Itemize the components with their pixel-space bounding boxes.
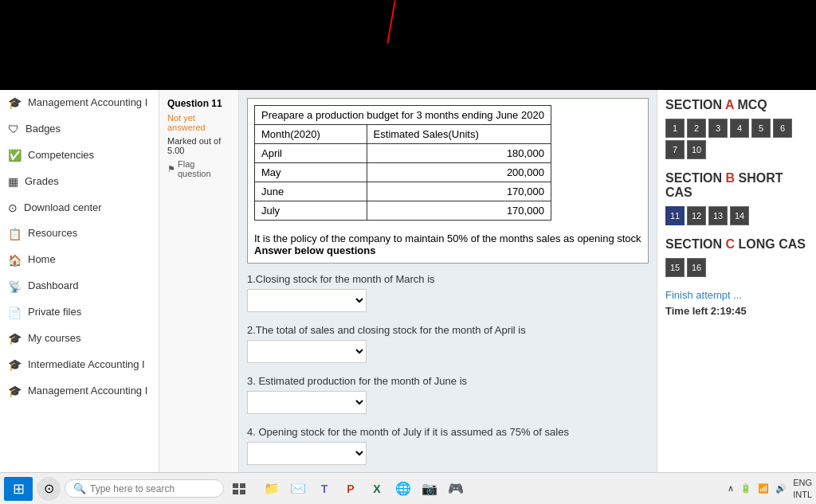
sidebar-item-label: My courses [28,332,80,346]
num-btn-4[interactable]: 4 [730,119,749,138]
question-1-select[interactable] [247,289,367,312]
table-row: July 170,000 [255,201,551,221]
sidebar-item-label: Management Accounting I [28,96,147,110]
num-btn-12[interactable]: 12 [687,206,706,225]
num-btn-5[interactable]: 5 [751,119,771,138]
explorer-app[interactable]: 📁 [260,477,284,501]
start-button[interactable]: ⊞ [4,477,33,501]
question-2-block: 2.The total of sales and closing stock f… [247,324,649,363]
question-4-select[interactable] [247,442,367,465]
budget-section: Preapare a production budget for 3 month… [247,98,649,264]
wifi-icon: 📶 [758,483,769,494]
marked-out: Marked out of 5.00 [167,136,230,155]
time-value: 2:19:45 [711,305,747,317]
num-btn-10[interactable]: 10 [687,140,706,159]
month-june: June [255,182,367,201]
task-view-icon [233,483,247,494]
month-april: April [255,144,367,163]
sidebar-item-private-files[interactable]: 📄 Private files [0,299,159,326]
excel-app[interactable]: X [365,477,389,501]
sales-may: 200,000 [367,163,551,182]
table-row: June 170,000 [255,182,551,201]
sidebar-item-grades[interactable]: ▦ Grades [0,169,159,195]
table-title: Preapare a production budget for 3 month… [255,106,551,125]
sidebar-item-label: Intermediate Accounting I [28,358,145,372]
finish-attempt-link[interactable]: Finish attempt ... [665,289,808,301]
sidebar-item-resources[interactable]: 📋 Resources [0,221,159,247]
question-3-block: 3. Estimated production for the month of… [247,375,649,414]
sidebar-item-label: Resources [28,227,77,240]
courses-icon: 🎓 [8,332,22,345]
sidebar-item-badges[interactable]: 🛡 Badges [0,116,159,143]
section-c-title: SECTION C LONG CAS [665,237,808,252]
num-btn-3[interactable]: 3 [708,119,728,138]
dashboard-icon: 📡 [8,280,22,293]
sales-april: 180,000 [367,144,551,163]
section-c-numbers: 15 16 [665,258,808,277]
volume-icon: 🔊 [775,483,787,494]
num-btn-11[interactable]: 11 [665,206,685,225]
time-left-label: Time left 2:19:45 [665,305,808,317]
cortana-button[interactable]: ⊙ [37,477,61,501]
sidebar-item-label: Dashboard [28,279,79,293]
sidebar-item-home[interactable]: 🏠 Home [0,247,159,273]
sidebar-item-intermediate-accounting[interactable]: 🎓 Intermediate Accounting I [0,352,159,378]
chrome-app[interactable]: 🌐 [391,477,415,501]
task-view-button[interactable] [228,477,252,501]
answer-below-label: Answer below questions [254,244,375,256]
num-btn-15[interactable]: 15 [665,258,685,277]
question-2-select[interactable] [247,340,367,363]
policy-text: It is the policy of the company to maint… [254,232,641,244]
section-b-numbers: 11 12 13 14 [665,206,808,225]
question-3-select[interactable] [247,391,367,414]
shield-icon: 🛡 [8,123,19,135]
other-app[interactable]: 🎮 [444,477,468,501]
taskbar: ⊞ ⊙ 🔍 📁 ✉️ T P X 🌐 📷 🎮 ∧ 🔋 [0,472,816,504]
sidebar-item-dashboard[interactable]: 📡 Dashboard [0,273,159,299]
powerpoint-app[interactable]: P [339,477,363,501]
search-input[interactable] [90,483,202,494]
right-panel: SECTION A MCQ 1 2 3 4 5 6 7 10 SECTION B… [657,90,816,472]
section-b: SECTION B SHORT CAS 11 12 13 14 [665,171,808,225]
section-a-numbers: 1 2 3 4 5 6 7 10 [665,119,808,159]
search-icon: 🔍 [73,483,86,494]
question-2-text: 2.The total of sales and closing stock f… [247,324,649,336]
sidebar-item-management-accounting-2[interactable]: 🎓 Management Accounting I [0,378,159,404]
question-1-block: 1.Closing stock for the month of March i… [247,273,649,312]
num-btn-2[interactable]: 2 [687,119,706,138]
budget-table: Preapare a production budget for 3 month… [254,105,551,221]
question-1-text: 1.Closing stock for the month of March i… [247,273,649,285]
col1-header: Month(2020) [255,125,367,144]
red-line [386,0,396,44]
taskbar-apps: 📁 ✉️ T P X 🌐 📷 🎮 [260,477,468,501]
flag-button[interactable]: ⚑ Flag question [167,159,230,178]
num-btn-14[interactable]: 14 [730,206,749,225]
sidebar-item-management-accounting[interactable]: 🎓 Management Accounting I [0,90,159,116]
system-time[interactable]: ENG INTL [793,477,812,500]
month-july: July [255,201,367,221]
num-btn-1[interactable]: 1 [665,119,685,138]
teams-app[interactable]: T [312,477,336,501]
question-3-text: 3. Estimated production for the month of… [247,375,649,387]
policy-section: It is the policy of the company to maint… [254,232,641,256]
num-btn-13[interactable]: 13 [708,206,728,225]
num-btn-7[interactable]: 7 [665,140,685,159]
camera-app[interactable]: 📷 [418,477,441,501]
section-c-letter: C [726,237,736,251]
sidebar-item-competencies[interactable]: ✅ Competencies [0,143,159,169]
question-label: Question 11 [167,98,230,109]
mail-app[interactable]: ✉️ [286,477,310,501]
clipboard-icon: 📋 [8,228,22,240]
svg-rect-2 [233,490,238,494]
num-btn-6[interactable]: 6 [773,119,792,138]
sidebar-item-label: Badges [26,123,61,136]
sidebar-item-label: Home [28,253,56,267]
tray-chevron[interactable]: ∧ [728,483,734,494]
locale-label: ENG INTL [793,477,812,500]
sidebar-item-download-center[interactable]: ⊙ Download center [0,195,159,221]
sidebar-item-my-courses[interactable]: 🎓 My courses [0,326,159,352]
col2-header: Estimated Sales(Units) [367,125,551,144]
quiz-nav-panel: Question 11 Not yet answered Marked out … [159,90,239,472]
sidebar: 🎓 Management Accounting I 🛡 Badges ✅ Com… [0,90,159,472]
num-btn-16[interactable]: 16 [687,258,706,277]
